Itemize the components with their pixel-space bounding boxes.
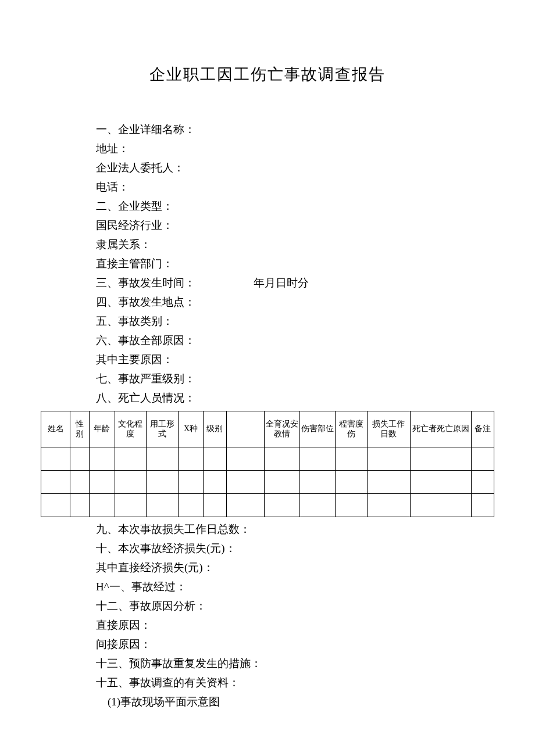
- th-name: 姓名: [41, 411, 70, 447]
- document-body: 一、企业详细名称： 地址： 企业法人委托人： 电话： 二、企业类型： 国民经济行…: [41, 120, 494, 407]
- line-company-type: 二、企业类型：: [96, 196, 494, 216]
- line-legal-rep: 企业法人委托人：: [96, 158, 494, 177]
- line-cause-analysis: 十二、事故原因分析：: [96, 596, 494, 615]
- line-company-name: 一、企业详细名称：: [96, 120, 494, 139]
- th-xtype: X种: [178, 411, 204, 447]
- th-employment: 用工形式: [147, 411, 179, 447]
- line-indirect-cause: 间接原因：: [96, 635, 494, 654]
- th-injury-degree: 程害度伤: [336, 411, 368, 447]
- line-direct-loss: 其中直接经济损失(元)：: [96, 558, 494, 577]
- line-affiliation: 隶属关系：: [96, 235, 494, 254]
- line-main-cause: 其中主要原因：: [96, 350, 494, 369]
- th-lost-days: 损失工作日数: [367, 411, 410, 447]
- time-value: 年月日时分: [254, 273, 309, 292]
- line-accident-all-causes: 六、事故全部原因：: [96, 331, 494, 350]
- table-header-row: 姓名 性别 年龄 文化程度 用工形式 X种 级别 全育况安教情 伤害部位 程害度…: [41, 411, 494, 447]
- line-economic-loss: 十、本次事故经济损失(元)：: [96, 539, 494, 558]
- line-industry: 国民经济行业：: [96, 216, 494, 235]
- th-remark: 备注: [471, 411, 494, 447]
- line-accident-category: 五、事故类别：: [96, 311, 494, 331]
- th-education: 文化程度: [115, 411, 147, 447]
- line-accident-time: 三、事故发生时间： 年月日时分: [96, 273, 494, 292]
- th-age: 年龄: [89, 411, 115, 447]
- line-accident-process: H^一、事故经过：: [96, 577, 494, 596]
- th-gender: 性别: [70, 411, 90, 447]
- table-row: [41, 494, 494, 517]
- line-address: 地址：: [96, 139, 494, 158]
- th-level: 级别: [204, 411, 226, 447]
- line-department: 直接主管部门：: [96, 254, 494, 273]
- document-title: 企业职工因工伤亡事故调查报告: [41, 64, 494, 85]
- time-label: 三、事故发生时间：: [96, 273, 195, 292]
- casualty-table: 姓名 性别 年龄 文化程度 用工形式 X种 级别 全育况安教情 伤害部位 程害度…: [41, 411, 494, 517]
- line-prevention: 十三、预防事故重复发生的措施：: [96, 654, 494, 673]
- th-blank: [226, 411, 264, 447]
- line-scene-diagram: (1)事故现场平面示意图: [96, 692, 494, 711]
- line-phone: 电话：: [96, 177, 494, 196]
- line-lost-days-total: 九、本次事故损失工作日总数：: [96, 519, 494, 539]
- th-injury-part: 伤害部位: [300, 411, 336, 447]
- line-direct-cause: 直接原因：: [96, 615, 494, 635]
- line-casualty-heading: 八、死亡人员情况：: [96, 388, 494, 407]
- document-body-lower: 九、本次事故损失工作日总数： 十、本次事故经济损失(元)： 其中直接经济损失(元…: [41, 519, 494, 711]
- th-safety-edu: 全育况安教情: [265, 411, 300, 447]
- line-investigation-materials: 十五、事故调查的有关资料：: [96, 673, 494, 692]
- line-severity: 七、事故严重级别：: [96, 369, 494, 388]
- th-death-cause: 死亡者死亡原因: [410, 411, 471, 447]
- line-accident-location: 四、事故发生地点：: [96, 292, 494, 311]
- table-row: [41, 471, 494, 494]
- table-row: [41, 447, 494, 471]
